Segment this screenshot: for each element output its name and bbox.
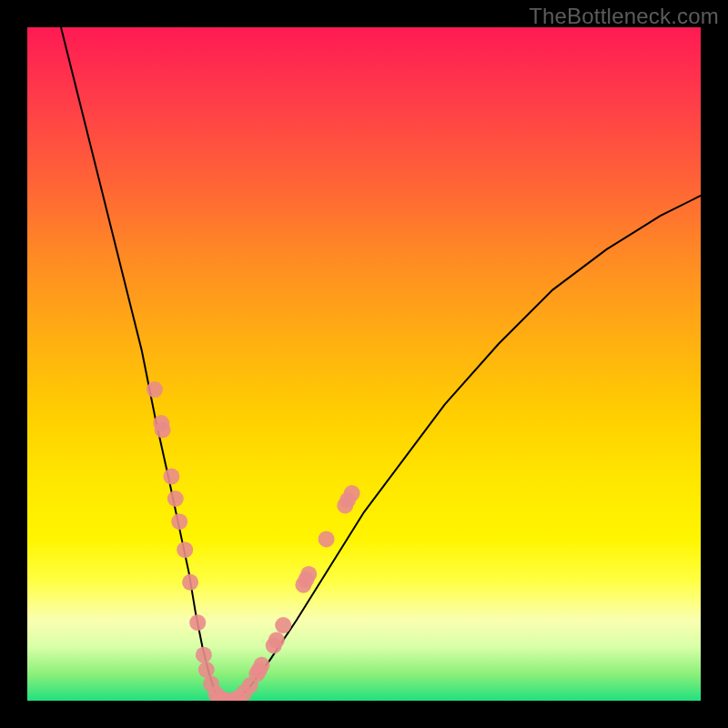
data-marker <box>295 577 311 593</box>
data-marker <box>344 485 360 501</box>
data-marker <box>171 513 187 530</box>
data-marker <box>300 566 317 582</box>
data-marker <box>266 637 282 653</box>
data-marker <box>275 617 291 633</box>
data-marker <box>155 422 171 439</box>
data-marker <box>207 686 224 701</box>
data-marker <box>147 381 163 398</box>
data-marker <box>167 490 184 507</box>
watermark-text: TheBottleneck.com <box>529 4 719 29</box>
data-marker <box>230 690 247 701</box>
plot-area <box>27 27 701 701</box>
chart-frame: TheBottleneck.com <box>0 0 728 728</box>
data-marker <box>153 415 169 431</box>
data-marker <box>212 690 228 701</box>
data-marker <box>236 684 252 701</box>
data-marker <box>248 665 265 682</box>
data-marker <box>268 632 285 648</box>
data-marker <box>189 614 206 631</box>
data-marker <box>217 692 233 701</box>
data-marker <box>221 693 238 701</box>
data-marker <box>242 677 258 693</box>
data-marker <box>254 657 270 673</box>
data-marker <box>196 647 212 663</box>
data-marker <box>163 469 179 485</box>
data-marker <box>226 692 242 701</box>
data-marker <box>318 531 335 547</box>
data-marker <box>182 574 198 591</box>
data-marker <box>177 541 193 558</box>
data-marker <box>339 492 356 509</box>
data-marker <box>298 571 314 588</box>
curve-layer <box>27 27 701 701</box>
data-marker <box>203 676 219 693</box>
data-marker <box>198 662 215 678</box>
data-marker <box>251 662 268 679</box>
data-marker <box>337 497 353 513</box>
bottleneck-curve <box>61 27 701 701</box>
